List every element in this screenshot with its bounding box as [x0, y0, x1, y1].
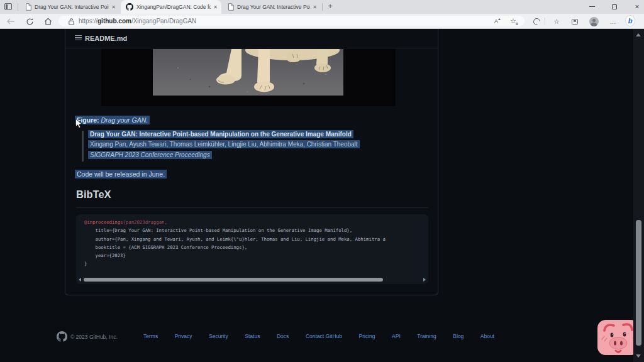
- favorites-icon[interactable]: ☆: [552, 16, 562, 26]
- url-path: /XingangPan/DragGAN: [131, 18, 196, 25]
- bing-chat-icon[interactable]: b: [625, 16, 635, 26]
- profile-avatar[interactable]: [589, 16, 599, 26]
- browser-window: Drag Your GAN: Interactive Point ✕ Xinga…: [0, 0, 644, 362]
- code-line: author={Pan, Xingang and Tewari, Ayush, …: [84, 236, 386, 242]
- bibtex-code: @inproceedings{pan2023draggan, title={Dr…: [84, 218, 421, 272]
- window-close-button[interactable]: ✕: [628, 0, 644, 13]
- figure-label: Figure:: [77, 116, 99, 124]
- release-note: Code will be released in June.: [75, 170, 167, 178]
- horizontal-scrollbar[interactable]: [79, 277, 426, 282]
- vertical-scrollbar-thumb[interactable]: [636, 220, 641, 346]
- close-icon: ✕: [635, 4, 640, 10]
- footer-link-security[interactable]: Security: [209, 333, 228, 339]
- window-maximize-button[interactable]: [605, 0, 624, 13]
- code-line: booktitle = {ACM SIGGRAPH 2023 Conferenc…: [84, 244, 247, 250]
- paper-venue-line: SIGGRAPH 2023 Conference Proceedings: [88, 151, 360, 162]
- tab-actions-menu-icon[interactable]: [4, 3, 14, 11]
- read-aloud-icon[interactable]: A: [492, 17, 501, 25]
- tab-close-icon[interactable]: ✕: [310, 4, 321, 10]
- tab-title: XingangPan/DragGAN: Code for: [136, 4, 211, 10]
- url-text[interactable]: https://github.com/XingangPan/DragGAN: [79, 18, 196, 25]
- footer-link-status[interactable]: Status: [245, 333, 260, 339]
- code-keyword: @inproceedings: [84, 219, 123, 225]
- scroll-up-arrow-icon[interactable]: [636, 33, 641, 36]
- footer-link-terms[interactable]: Terms: [143, 333, 158, 339]
- favorite-gear-badge: [516, 23, 518, 25]
- footer-link-blog[interactable]: Blog: [453, 333, 464, 339]
- tab-xingangpan-draggan[interactable]: XingangPan/DragGAN: Code for ✕: [121, 0, 221, 14]
- table-of-contents-icon[interactable]: [75, 35, 82, 41]
- scroll-right-arrow-icon[interactable]: [423, 278, 426, 282]
- figure-text: Drag your GAN.: [101, 116, 148, 124]
- code-line: year={2023}: [84, 253, 126, 258]
- more-menu-icon[interactable]: …: [608, 16, 618, 26]
- citation-blockquote: Drag Your GAN: Interactive Point-based M…: [82, 131, 360, 162]
- tab-close-icon[interactable]: ✕: [211, 4, 221, 10]
- tab-actions-bar: [6, 4, 8, 9]
- dog-paws-image: [153, 49, 343, 96]
- toolbar-divider: [545, 18, 545, 25]
- footer-link-about[interactable]: About: [480, 333, 494, 339]
- tab-close-icon[interactable]: ✕: [109, 4, 119, 10]
- essentials-shape: [531, 16, 541, 26]
- collections-shape: [572, 19, 578, 25]
- bibtex-code-block[interactable]: @inproceedings{pan2023draggan, title={Dr…: [76, 214, 428, 284]
- document-icon: [25, 3, 31, 11]
- lock-icon[interactable]: [67, 18, 75, 26]
- url-scheme: https://: [79, 18, 97, 25]
- tab-divider: [18, 3, 18, 11]
- figure-caption: Figure: Drag your GAN.: [75, 116, 150, 124]
- horizontal-scrollbar-thumb[interactable]: [84, 278, 383, 282]
- github-logo-icon[interactable]: [57, 331, 67, 344]
- footer-link-training[interactable]: Training: [417, 333, 436, 339]
- maximize-icon: [612, 4, 617, 9]
- demo-video-frame[interactable]: [101, 48, 396, 106]
- tab-drag-your-gan-1[interactable]: Drag Your GAN: Interactive Point ✕: [20, 0, 119, 14]
- github-icon: [126, 3, 133, 11]
- footer-copyright: © 2023 GitHub, Inc.: [70, 334, 118, 340]
- browser-essentials-icon[interactable]: [531, 16, 541, 26]
- new-tab-button[interactable]: +: [325, 1, 336, 12]
- readme-header: README.md: [65, 29, 438, 48]
- bibtex-heading: BibTeX: [76, 189, 111, 200]
- back-button[interactable]: [6, 16, 16, 26]
- address-bar[interactable]: https://github.com/XingangPan/DragGAN A …: [58, 16, 525, 26]
- url-domain: github.com: [97, 18, 131, 25]
- paper-title-line: Drag Your GAN: Interactive Point-based M…: [88, 131, 360, 141]
- collections-icon[interactable]: [570, 16, 580, 26]
- add-favorite-icon[interactable]: ☆: [509, 17, 518, 25]
- code-line: title={Drag Your GAN: Interactive Point-…: [84, 228, 352, 233]
- footer-link-docs[interactable]: Docs: [277, 333, 289, 339]
- scroll-left-arrow-icon[interactable]: [79, 278, 81, 282]
- tab-drag-your-gan-2[interactable]: Drag Your GAN: Interactive Point ✕: [223, 0, 321, 14]
- footer-links: Terms Privacy Security Status Docs Conta…: [143, 333, 494, 339]
- paper-authors-line: Xingang Pan, Ayush Tewari, Thomas Leimkü…: [88, 141, 360, 151]
- tab-title: Drag Your GAN: Interactive Point: [237, 4, 310, 10]
- readme-filename: README.md: [85, 29, 127, 48]
- browser-toolbar: https://github.com/XingangPan/DragGAN A …: [0, 14, 644, 29]
- document-icon: [228, 3, 234, 11]
- footer-link-api[interactable]: API: [392, 333, 401, 339]
- code-line: }: [84, 261, 87, 266]
- tab-strip: Drag Your GAN: Interactive Point ✕ Xinga…: [0, 0, 644, 14]
- tab-divider: [322, 3, 323, 11]
- avatar-shape: [589, 17, 599, 26]
- refresh-button[interactable]: [25, 16, 35, 26]
- code-entry-key: {pan2023draggan,: [123, 219, 167, 225]
- vertical-scrollbar[interactable]: [633, 29, 644, 362]
- footer-link-privacy[interactable]: Privacy: [175, 333, 192, 339]
- footer-link-contact[interactable]: Contact GitHub: [306, 333, 342, 339]
- window-minimize-button[interactable]: [582, 0, 601, 13]
- readme-card: README.md: [65, 29, 438, 295]
- minimize-icon: [589, 6, 595, 7]
- scroll-down-arrow-icon[interactable]: [636, 354, 641, 358]
- heading-rule: [76, 207, 428, 208]
- footer-link-pricing[interactable]: Pricing: [359, 333, 375, 339]
- home-button[interactable]: [43, 16, 53, 26]
- tab-title: Drag Your GAN: Interactive Point: [35, 4, 109, 10]
